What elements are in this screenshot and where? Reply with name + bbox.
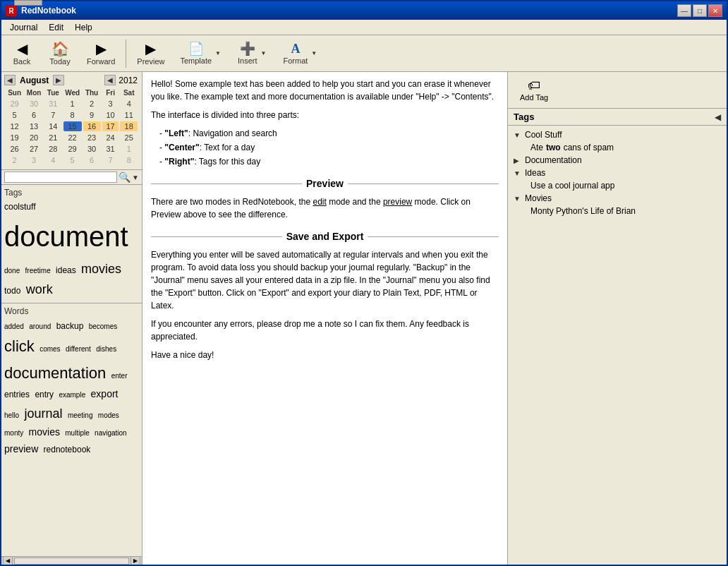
- calendar-day[interactable]: 31: [44, 99, 62, 109]
- word-item[interactable]: backup: [56, 321, 84, 331]
- word-item[interactable]: added: [4, 323, 24, 330]
- tree-category-header[interactable]: ▼Movies: [511, 192, 724, 205]
- insert-button[interactable]: ➕ Insert ▼: [231, 39, 274, 68]
- word-item[interactable]: modes: [98, 411, 119, 419]
- search-input[interactable]: [4, 171, 117, 183]
- tag-word[interactable]: movies: [81, 262, 121, 276]
- calendar-day[interactable]: 8: [63, 110, 82, 120]
- template-dropdown-arrow[interactable]: ▼: [214, 49, 222, 58]
- tag-word[interactable]: ideas: [56, 265, 76, 275]
- calendar-day[interactable]: 3: [102, 99, 119, 109]
- calendar-day[interactable]: 7: [44, 110, 62, 120]
- tag-word[interactable]: document: [4, 221, 128, 252]
- word-item[interactable]: preview: [4, 443, 38, 454]
- insert-dropdown-arrow[interactable]: ▼: [260, 49, 268, 58]
- calendar-day[interactable]: 14: [44, 121, 62, 131]
- calendar-day[interactable]: 27: [25, 144, 43, 154]
- calendar-day[interactable]: 22: [63, 133, 82, 143]
- word-item[interactable]: rednotebook: [44, 445, 91, 454]
- word-item[interactable]: example: [59, 391, 85, 399]
- calendar-day[interactable]: 8: [120, 155, 138, 165]
- word-item[interactable]: different: [66, 345, 91, 353]
- calendar-day[interactable]: 29: [6, 99, 23, 109]
- calendar-day[interactable]: 9: [83, 110, 101, 120]
- calendar-day[interactable]: 1: [63, 99, 82, 109]
- calendar-day[interactable]: 4: [120, 99, 138, 109]
- tree-child-item[interactable]: Ate two cans of spam: [528, 141, 724, 154]
- next-month-button[interactable]: ▶: [53, 75, 64, 85]
- word-item[interactable]: enter: [111, 372, 128, 380]
- maximize-button[interactable]: □: [693, 4, 707, 17]
- word-item[interactable]: documentation: [4, 364, 106, 382]
- calendar-day[interactable]: 7: [102, 155, 119, 165]
- word-item[interactable]: hello: [4, 411, 19, 419]
- calendar-day[interactable]: 23: [83, 133, 101, 143]
- search-icon[interactable]: 🔍: [119, 171, 131, 183]
- scroll-right-button[interactable]: ▶: [131, 556, 140, 565]
- tag-word[interactable]: coolstuff: [4, 202, 35, 212]
- calendar-day[interactable]: 16: [83, 121, 101, 131]
- word-item[interactable]: entry: [35, 390, 54, 399]
- menu-journal[interactable]: Journal: [4, 21, 43, 34]
- word-item[interactable]: becomes: [89, 323, 118, 330]
- calendar-day[interactable]: 28: [44, 144, 62, 154]
- calendar-day[interactable]: 10: [102, 110, 119, 120]
- tree-category-header[interactable]: ▼Ideas: [511, 167, 724, 179]
- back-button[interactable]: ◀ Back: [4, 38, 40, 69]
- scroll-left-button[interactable]: ◀: [3, 556, 13, 565]
- word-item[interactable]: journal: [24, 407, 62, 421]
- calendar-day[interactable]: 6: [83, 155, 101, 165]
- calendar-day[interactable]: 11: [120, 110, 138, 120]
- calendar-day[interactable]: 6: [25, 110, 43, 120]
- menu-help[interactable]: Help: [69, 21, 98, 34]
- calendar-day[interactable]: 2: [6, 155, 23, 165]
- tag-word[interactable]: done: [4, 267, 20, 275]
- calendar-day[interactable]: 3: [25, 155, 43, 165]
- tag-word[interactable]: freetime: [25, 267, 51, 275]
- tree-category-header[interactable]: ▼Cool Stuff: [511, 128, 724, 141]
- calendar-day[interactable]: 4: [44, 155, 62, 165]
- word-item[interactable]: navigation: [95, 429, 127, 437]
- preview-button[interactable]: ▶ Preview: [131, 38, 171, 69]
- word-item[interactable]: comes: [40, 345, 60, 353]
- calendar-day[interactable]: 5: [6, 110, 23, 120]
- word-item[interactable]: dishes: [96, 345, 116, 353]
- tree-child-item[interactable]: Use a cool journal app: [528, 179, 724, 192]
- forward-button[interactable]: ▶ Forward: [80, 38, 121, 69]
- calendar-day[interactable]: 17: [102, 121, 119, 131]
- calendar-day[interactable]: 1: [120, 144, 138, 154]
- calendar-day[interactable]: 24: [102, 133, 119, 143]
- prev-month-button[interactable]: ◀: [4, 75, 16, 85]
- calendar-day[interactable]: 31: [102, 144, 119, 154]
- word-item[interactable]: monty: [4, 429, 23, 437]
- calendar-day[interactable]: 29: [63, 144, 82, 154]
- tree-child-item[interactable]: Monty Python's Life of Brian: [528, 205, 724, 217]
- tags-collapse-button[interactable]: ◀: [715, 112, 721, 122]
- word-item[interactable]: meeting: [68, 411, 93, 419]
- minimize-button[interactable]: —: [677, 4, 691, 17]
- edit-link[interactable]: edit: [313, 197, 326, 207]
- menu-edit[interactable]: Edit: [43, 21, 69, 34]
- word-item[interactable]: multiple: [65, 429, 89, 437]
- format-button[interactable]: A Format ▼: [277, 39, 324, 68]
- calendar-day[interactable]: 5: [63, 155, 82, 165]
- word-item[interactable]: around: [29, 323, 51, 330]
- tag-word[interactable]: work: [26, 282, 53, 296]
- today-button[interactable]: 🏠 Today: [42, 38, 78, 69]
- word-item[interactable]: click: [4, 337, 35, 355]
- calendar-day[interactable]: 25: [120, 133, 138, 143]
- template-button[interactable]: 📄 Template ▼: [174, 39, 229, 68]
- calendar-day[interactable]: 2: [83, 99, 101, 109]
- calendar-day[interactable]: 20: [25, 133, 43, 143]
- tree-category-header[interactable]: ▶Documentation: [511, 154, 724, 167]
- word-item[interactable]: export: [91, 388, 119, 399]
- calendar-day[interactable]: 19: [6, 133, 23, 143]
- word-item[interactable]: entries: [4, 390, 30, 399]
- calendar-day[interactable]: 30: [83, 144, 101, 154]
- calendar-day[interactable]: 15: [63, 121, 82, 131]
- close-button[interactable]: ✕: [708, 4, 722, 17]
- calendar-day[interactable]: 26: [6, 144, 23, 154]
- search-type-dropdown[interactable]: ▼: [132, 174, 139, 181]
- calendar-day[interactable]: 12: [6, 121, 23, 131]
- word-item[interactable]: movies: [29, 426, 60, 438]
